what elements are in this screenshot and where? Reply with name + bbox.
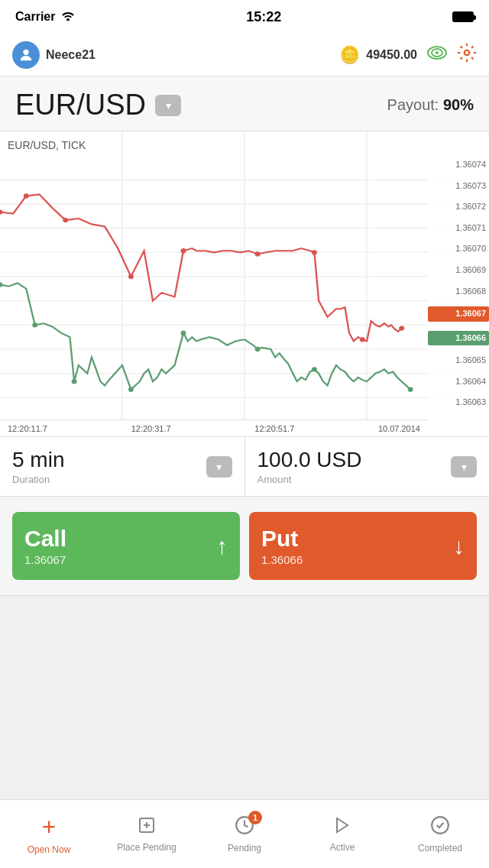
tab-place-pending-label: Place Pending	[117, 842, 176, 853]
price-label: 1.36068	[428, 286, 489, 297]
call-price: 1.36067	[24, 553, 66, 566]
payout-label: Payout: 90%	[387, 96, 474, 113]
tab-active-label: Active	[330, 842, 355, 853]
time-label-2: 12:20:31.7	[131, 424, 171, 433]
price-label: 1.36069	[428, 264, 489, 276]
tab-completed-label: Completed	[418, 843, 462, 853]
amount-panel: 100.0 USD Amount ▾	[245, 437, 490, 496]
chart-svg	[0, 131, 489, 436]
tab-open-now-label: Open Now	[28, 844, 71, 855]
open-now-icon: +	[42, 813, 57, 841]
svg-point-25	[360, 337, 365, 342]
svg-point-0	[23, 49, 28, 54]
user-info: Neece21	[12, 41, 330, 69]
payout-value: 90%	[443, 96, 474, 113]
put-button[interactable]: Put 1.36066 ↓	[249, 512, 477, 580]
settings-icon[interactable]	[457, 43, 477, 67]
date-label: 10.07.2014	[378, 424, 420, 433]
svg-point-20	[63, 218, 68, 222]
call-arrow-icon: ↑	[216, 533, 228, 559]
signal-icon	[426, 44, 448, 65]
price-axis: 1.36074 1.36073 1.36072 1.36071 1.36070 …	[428, 131, 489, 436]
header-bar: Neece21 🪙 49450.00	[0, 34, 489, 76]
balance-label: 49450.00	[366, 48, 417, 62]
svg-point-40	[432, 817, 449, 834]
username-label: Neece21	[46, 48, 96, 62]
carrier-label: Carrier	[15, 10, 55, 24]
balance-info: 🪙 49450.00	[339, 45, 417, 65]
pending-badge-container: 1	[235, 815, 254, 840]
symbol-left: EUR/USD ▾	[15, 89, 181, 121]
svg-point-33	[312, 367, 317, 371]
price-label: 1.36074	[428, 159, 489, 170]
status-bar-time: 15:22	[246, 9, 281, 25]
svg-point-29	[72, 379, 77, 384]
tab-place-pending[interactable]: Place Pending	[98, 800, 196, 868]
tab-completed[interactable]: Completed	[391, 800, 489, 868]
time-label-1: 12:20:11.7	[8, 424, 47, 433]
duration-info: 5 min Duration	[12, 448, 64, 485]
svg-point-32	[255, 347, 261, 351]
price-label: 1.36072	[428, 201, 489, 212]
tab-active[interactable]: Active	[293, 800, 391, 868]
symbol-dropdown-button[interactable]: ▾	[155, 95, 181, 116]
call-text-group: Call 1.36067	[24, 526, 66, 566]
payout-info: Payout: 90%	[387, 96, 474, 114]
trading-controls: 5 min Duration ▾ 100.0 USD Amount ▾	[0, 437, 489, 497]
duration-value: 5 min	[12, 448, 64, 472]
status-bar: Carrier 15:22	[0, 0, 489, 34]
call-button[interactable]: Call 1.36067 ↑	[12, 512, 240, 580]
duration-panel: 5 min Duration ▾	[0, 437, 245, 496]
svg-point-19	[24, 193, 29, 198]
tab-pending-label: Pending	[228, 843, 261, 853]
svg-point-21	[128, 274, 134, 279]
amount-info: 100.0 USD Amount	[257, 448, 362, 485]
wifi-icon	[61, 10, 75, 24]
svg-point-28	[32, 322, 37, 327]
put-text-group: Put 1.36066	[261, 526, 303, 566]
svg-point-23	[255, 251, 261, 256]
symbol-section: EUR/USD ▾ Payout: 90%	[0, 76, 489, 131]
amount-label: Amount	[257, 474, 362, 485]
price-label: 1.36065	[428, 355, 489, 366]
call-label: Call	[24, 526, 66, 552]
svg-point-34	[408, 387, 413, 392]
tab-bar: + Open Now Place Pending 1 Pending	[0, 799, 489, 868]
status-bar-left: Carrier	[15, 10, 75, 24]
svg-point-18	[0, 209, 2, 214]
svg-point-24	[312, 250, 317, 254]
price-label-highlight-red: 1.36067	[428, 306, 489, 321]
chart-title: EUR/USD, TICK	[8, 139, 86, 151]
price-label: 1.36071	[428, 222, 489, 234]
coins-icon: 🪙	[339, 45, 360, 65]
symbol-name: EUR/USD	[15, 89, 146, 121]
put-price: 1.36066	[261, 553, 303, 566]
completed-icon	[430, 815, 450, 840]
tab-pending[interactable]: 1 Pending	[196, 800, 293, 868]
svg-point-26	[399, 326, 404, 330]
price-label: 1.36070	[428, 243, 489, 254]
active-icon	[333, 816, 351, 839]
amount-dropdown-button[interactable]: ▾	[451, 456, 477, 478]
place-pending-icon	[138, 816, 156, 839]
tab-open-now[interactable]: + Open Now	[0, 800, 98, 868]
action-buttons: Call 1.36067 ↑ Put 1.36066 ↓	[0, 497, 489, 596]
put-label: Put	[261, 526, 303, 552]
svg-point-22	[181, 248, 186, 253]
svg-marker-39	[337, 818, 348, 832]
pending-badge: 1	[248, 811, 262, 824]
status-bar-right	[452, 11, 474, 22]
svg-point-27	[0, 282, 2, 287]
svg-point-3	[436, 51, 439, 54]
price-label: 1.36073	[428, 180, 489, 192]
duration-dropdown-button[interactable]: ▾	[206, 456, 232, 478]
time-label-3: 12:20:51.7	[254, 424, 294, 433]
svg-point-4	[465, 50, 470, 55]
svg-point-30	[128, 387, 134, 392]
svg-point-31	[181, 331, 186, 335]
price-label: 1.36063	[428, 397, 489, 408]
put-arrow-icon: ↓	[453, 533, 465, 559]
amount-value: 100.0 USD	[257, 448, 362, 472]
battery-icon	[452, 11, 474, 22]
price-label-highlight-green: 1.36066	[428, 331, 489, 345]
